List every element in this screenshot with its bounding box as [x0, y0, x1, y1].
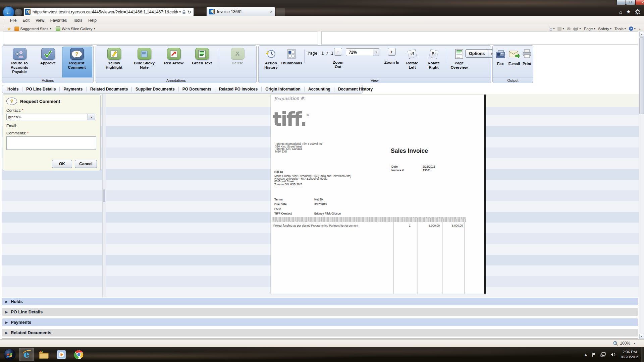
panel-scrollbar-thumb[interactable] [103, 189, 105, 202]
add-favorite-star-icon[interactable]: ★ [7, 26, 11, 32]
accordion-payments[interactable]: ▶Payments [2, 318, 638, 326]
tools-menu[interactable]: Tools▾ [614, 27, 626, 31]
suggested-sites-link[interactable]: Suggested Sites▾ [12, 26, 54, 32]
page-menu[interactable]: Page▾ [584, 27, 595, 31]
zoom-in-button[interactable]: + Zoom In [383, 48, 400, 65]
url-dropdown-icon[interactable]: ▾ [179, 10, 181, 14]
tab-po-line-details[interactable]: PO Line Details [22, 87, 60, 92]
url-text[interactable]: https://mvtest.testint.ryerson.ca:4445/v… [33, 10, 178, 14]
refresh-icon[interactable]: ↻ [187, 9, 191, 15]
delete-annotation-button[interactable]: X Delete [224, 48, 251, 65]
yellow-highlight-button[interactable]: Yellow Highlight [99, 48, 129, 70]
email-button[interactable]: E-mail [507, 48, 522, 66]
green-text-button[interactable]: Green Text [189, 48, 215, 65]
zoom-dropdown-icon[interactable]: ▾ [373, 48, 379, 56]
tab-close-icon[interactable]: × [270, 9, 272, 14]
email-label: Email: [6, 124, 97, 128]
vertical-scrollbar[interactable]: ▲ ▼ [639, 32, 644, 339]
taskbar-file-explorer[interactable] [36, 348, 52, 361]
taskbar-media-player[interactable] [54, 348, 69, 361]
menu-view[interactable]: View [33, 17, 47, 24]
taskbar-internet-explorer[interactable]: e [19, 348, 34, 361]
forward-button[interactable]: → [14, 8, 22, 16]
blue-sticky-note-button[interactable]: Blue Sticky Note [129, 48, 159, 70]
email-envelope-icon [508, 48, 520, 60]
scrollbar-thumb[interactable] [639, 37, 644, 114]
tray-expand-icon[interactable]: ▲ [584, 353, 588, 356]
help-menu[interactable]: ?▾ [629, 26, 636, 31]
toolbar-group-output: Fax E-mail Print Output [492, 45, 533, 83]
rotate-left-button[interactable]: ↺ Rotate Left [402, 48, 422, 70]
tab-origin-information[interactable]: Origin Information [262, 87, 305, 92]
accordion-po-line-details[interactable]: ▶PO Line Details [2, 308, 638, 316]
tab-supplier-documents[interactable]: Supplier Documents [132, 87, 179, 92]
menu-help[interactable]: Help [85, 17, 100, 24]
zoom-out-button[interactable]: − Zoom Out [330, 48, 346, 69]
red-arrow-button[interactable]: Red Arrow [160, 48, 187, 65]
required-marker: * [27, 131, 29, 135]
options-button[interactable]: Options ∨ [465, 49, 495, 58]
zoom-dropdown-icon[interactable]: ▾ [634, 342, 635, 345]
accordion-related-documents[interactable]: ▶Related Documents [2, 329, 638, 337]
zoom-level-value[interactable]: 72% [346, 48, 373, 56]
print-button[interactable]: ▾ [573, 27, 581, 31]
thumbnails-button[interactable]: Thumbnails [281, 48, 302, 65]
address-bar[interactable]: R https://mvtest.testint.ryerson.ca:4445… [23, 8, 194, 16]
tab-document-history[interactable]: Document History [334, 87, 376, 92]
home-menu-button[interactable]: ⌂▾ [549, 26, 554, 32]
tab-accounting[interactable]: Accounting [305, 87, 334, 92]
ok-button[interactable]: OK [52, 160, 72, 168]
menu-favorites[interactable]: Favorites [47, 17, 70, 24]
close-button[interactable]: × [635, 0, 644, 5]
contact-label: Contact: * [6, 108, 97, 112]
show-desktop-button[interactable] [641, 347, 644, 362]
contact-dropdown-icon[interactable]: ▾ [88, 114, 95, 120]
scroll-down-button[interactable]: ▼ [639, 334, 644, 339]
read-mail-button[interactable]: ✉ [567, 26, 570, 31]
tab-related-po-invoices[interactable]: Related PO Invoices [215, 87, 262, 92]
route-to-accounts-payable-button[interactable]: Route To Accounts Payable [4, 48, 35, 74]
page-zoom-value[interactable]: 100% [620, 341, 630, 346]
fax-button[interactable]: Fax [494, 48, 507, 66]
menu-edit[interactable]: Edit [19, 17, 33, 24]
request-comment-button[interactable]: ? Request Comment [62, 48, 92, 70]
favorites-star-icon[interactable]: ★ [626, 9, 631, 15]
contact-input[interactable]: green% [6, 114, 88, 120]
settings-gear-icon[interactable] [635, 9, 640, 14]
network-icon[interactable] [600, 352, 606, 357]
overflow-chevron-icon[interactable]: » [639, 27, 641, 31]
new-tab-button[interactable] [276, 8, 285, 16]
action-history-button[interactable]: Action History [261, 48, 281, 70]
tab-payments[interactable]: Payments [60, 87, 87, 92]
menu-file[interactable]: File [7, 17, 19, 24]
tab-holds[interactable]: Holds [4, 87, 22, 92]
printer-icon [573, 27, 578, 31]
menu-tools[interactable]: Tools [70, 17, 85, 24]
rotate-right-button[interactable]: ↻ Rotate Right [424, 48, 444, 70]
panel-scrollbar[interactable] [102, 94, 106, 297]
taskbar-chrome[interactable] [71, 348, 87, 361]
minimize-button[interactable]: — [616, 0, 626, 5]
web-slice-gallery-link[interactable]: Web Slice Gallery▾ [53, 26, 97, 32]
volume-icon[interactable] [610, 352, 615, 357]
approve-button[interactable]: Approve [37, 48, 59, 65]
home-icon[interactable]: ⌂ [619, 9, 622, 15]
safety-menu[interactable]: Safety▾ [598, 27, 611, 31]
zoom-level-combobox[interactable]: 72% ▾ [346, 48, 379, 56]
print-output-button[interactable]: Print [521, 48, 533, 66]
taskbar-clock[interactable]: 2:36 PM 10/20/2015 [620, 350, 639, 360]
contact-combobox[interactable]: green% ▾ [6, 114, 97, 120]
accordion-holds[interactable]: ▶Holds [2, 298, 638, 305]
tab-po-documents[interactable]: PO Documents [179, 87, 215, 92]
action-center-flag-icon[interactable] [592, 352, 596, 357]
cancel-button[interactable]: Cancel [75, 160, 97, 168]
feeds-button[interactable]: ▾ [557, 27, 564, 31]
tab-related-documents[interactable]: Related Documents [87, 87, 132, 92]
scroll-up-button[interactable]: ▲ [639, 32, 644, 37]
start-button[interactable] [3, 348, 17, 361]
media-player-icon [57, 350, 66, 359]
browser-tab[interactable]: R Invoice 13661 × [206, 7, 275, 16]
invoice-page: Requisition #. tiff.® Toronto Internatio… [271, 95, 484, 294]
maximize-button[interactable]: ❐ [626, 0, 635, 5]
comments-textarea[interactable] [6, 136, 96, 150]
